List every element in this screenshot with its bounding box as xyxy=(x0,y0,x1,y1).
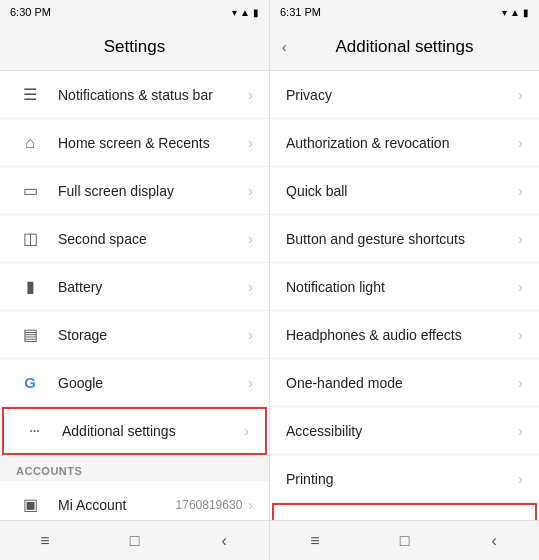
left-settings-list: Notifications & status bar › Home screen… xyxy=(0,71,269,520)
right-status-bar: 6:31 PM ▾ ▲ ▮ xyxy=(270,0,539,24)
left-header: Settings xyxy=(0,24,269,70)
notification-light-label: Notification light xyxy=(286,279,518,295)
settings-item-developer-options[interactable]: Developer options › xyxy=(272,503,537,520)
home-screen-label: Home screen & Recents xyxy=(58,135,248,151)
settings-item-storage[interactable]: Storage › xyxy=(0,311,269,359)
settings-item-privacy[interactable]: Privacy › xyxy=(270,71,539,119)
left-home-nav[interactable]: □ xyxy=(116,523,152,559)
settings-item-full-screen[interactable]: Full screen display › xyxy=(0,167,269,215)
mi-account-label: Mi Account xyxy=(58,497,176,513)
right-nav-bar: ≡ □ ‹ xyxy=(270,520,539,560)
one-handed-chevron: › xyxy=(518,375,523,391)
privacy-chevron: › xyxy=(518,87,523,103)
right-signal-icon: ▾ xyxy=(502,7,507,18)
battery-chevron: › xyxy=(248,279,253,295)
accessibility-label: Accessibility xyxy=(286,423,518,439)
right-home-nav[interactable]: □ xyxy=(386,523,422,559)
headphones-label: Headphones & audio effects xyxy=(286,327,518,343)
settings-item-second-space[interactable]: Second space › xyxy=(0,215,269,263)
settings-item-accessibility[interactable]: Accessibility › xyxy=(270,407,539,455)
google-chevron: › xyxy=(248,375,253,391)
right-back-nav[interactable]: ‹ xyxy=(476,523,512,559)
accessibility-chevron: › xyxy=(518,423,523,439)
second-space-icon xyxy=(16,225,44,253)
left-back-nav[interactable]: ‹ xyxy=(206,523,242,559)
settings-item-auth-revocation[interactable]: Authorization & revocation › xyxy=(270,119,539,167)
notification-light-chevron: › xyxy=(518,279,523,295)
left-header-title: Settings xyxy=(104,37,165,57)
notifications-chevron: › xyxy=(248,87,253,103)
auth-revocation-label: Authorization & revocation xyxy=(286,135,518,151)
left-panel: 6:30 PM ▾ ▲ ▮ Settings Notifications & s… xyxy=(0,0,269,560)
settings-item-home-screen[interactable]: Home screen & Recents › xyxy=(0,119,269,167)
right-wifi-icon: ▲ xyxy=(510,7,520,18)
storage-chevron: › xyxy=(248,327,253,343)
full-screen-icon xyxy=(16,177,44,205)
settings-item-quick-ball[interactable]: Quick ball › xyxy=(270,167,539,215)
settings-item-headphones[interactable]: Headphones & audio effects › xyxy=(270,311,539,359)
auth-revocation-chevron: › xyxy=(518,135,523,151)
quick-ball-chevron: › xyxy=(518,183,523,199)
button-gesture-label: Button and gesture shortcuts xyxy=(286,231,518,247)
accounts-section-label: ACCOUNTS xyxy=(0,455,269,481)
right-back-icon: ‹ xyxy=(282,39,287,55)
settings-item-battery[interactable]: Battery › xyxy=(0,263,269,311)
right-panel: 6:31 PM ▾ ▲ ▮ ‹ Additional settings Priv… xyxy=(270,0,539,560)
home-screen-icon xyxy=(16,129,44,157)
headphones-chevron: › xyxy=(518,327,523,343)
google-icon xyxy=(16,369,44,397)
wifi-icon: ▲ xyxy=(240,7,250,18)
settings-item-button-gesture[interactable]: Button and gesture shortcuts › xyxy=(270,215,539,263)
right-menu-nav[interactable]: ≡ xyxy=(297,523,333,559)
right-settings-list: Privacy › Authorization & revocation › Q… xyxy=(270,71,539,520)
battery-status-icon: ▮ xyxy=(253,7,259,18)
settings-item-printing[interactable]: Printing › xyxy=(270,455,539,503)
button-gesture-chevron: › xyxy=(518,231,523,247)
right-header: ‹ Additional settings xyxy=(270,24,539,70)
additional-settings-chevron: › xyxy=(244,423,249,439)
notifications-icon xyxy=(16,81,44,109)
settings-item-mi-account[interactable]: Mi Account 1760819630 › xyxy=(0,481,269,520)
notifications-label: Notifications & status bar xyxy=(58,87,248,103)
mi-account-icon xyxy=(16,491,44,519)
quick-ball-label: Quick ball xyxy=(286,183,518,199)
home-screen-chevron: › xyxy=(248,135,253,151)
mi-account-sub: 1760819630 xyxy=(176,498,243,512)
settings-item-notification-light[interactable]: Notification light › xyxy=(270,263,539,311)
left-nav-bar: ≡ □ ‹ xyxy=(0,520,269,560)
additional-settings-icon xyxy=(20,417,48,445)
privacy-label: Privacy xyxy=(286,87,518,103)
signal-icon: ▾ xyxy=(232,7,237,18)
developer-options-label: Developer options xyxy=(290,519,514,520)
google-label: Google xyxy=(58,375,248,391)
right-battery-status-icon: ▮ xyxy=(523,7,529,18)
left-status-bar: 6:30 PM ▾ ▲ ▮ xyxy=(0,0,269,24)
printing-label: Printing xyxy=(286,471,518,487)
developer-options-chevron: › xyxy=(514,519,519,520)
full-screen-label: Full screen display xyxy=(58,183,248,199)
mi-account-chevron: › xyxy=(248,497,253,513)
full-screen-chevron: › xyxy=(248,183,253,199)
left-time: 6:30 PM xyxy=(10,6,51,18)
one-handed-label: One-handed mode xyxy=(286,375,518,391)
left-status-icons: ▾ ▲ ▮ xyxy=(232,7,259,18)
right-time: 6:31 PM xyxy=(280,6,321,18)
storage-label: Storage xyxy=(58,327,248,343)
settings-item-one-handed[interactable]: One-handed mode › xyxy=(270,359,539,407)
storage-icon xyxy=(16,321,44,349)
settings-item-notifications[interactable]: Notifications & status bar › xyxy=(0,71,269,119)
right-back-button[interactable]: ‹ xyxy=(282,39,287,55)
second-space-chevron: › xyxy=(248,231,253,247)
right-header-title: Additional settings xyxy=(336,37,474,57)
second-space-label: Second space xyxy=(58,231,248,247)
additional-settings-label: Additional settings xyxy=(62,423,244,439)
settings-item-additional[interactable]: Additional settings › xyxy=(2,407,267,455)
battery-icon xyxy=(16,273,44,301)
printing-chevron: › xyxy=(518,471,523,487)
right-status-icons: ▾ ▲ ▮ xyxy=(502,7,529,18)
settings-item-google[interactable]: Google › xyxy=(0,359,269,407)
battery-label: Battery xyxy=(58,279,248,295)
left-menu-nav[interactable]: ≡ xyxy=(27,523,63,559)
